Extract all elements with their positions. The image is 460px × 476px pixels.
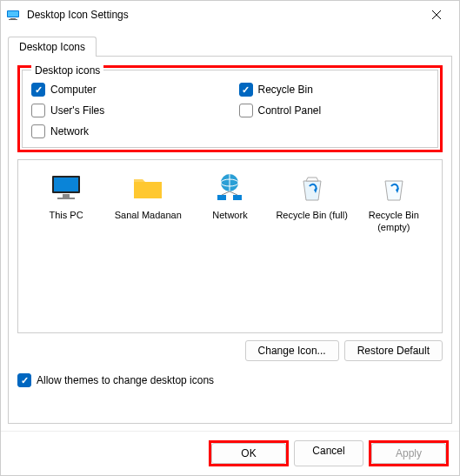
tab-content: Desktop icons Computer Recycle Bin User'… bbox=[8, 56, 452, 424]
icon-item-thispc[interactable]: This PC bbox=[30, 171, 103, 234]
icon-item-recyclebin-full[interactable]: Recycle Bin (full) bbox=[275, 171, 349, 234]
change-icon-button[interactable]: Change Icon... bbox=[245, 340, 339, 361]
checkbox-recyclebin[interactable] bbox=[239, 83, 253, 97]
desktop-icons-fieldset: Desktop icons Computer Recycle Bin User'… bbox=[22, 70, 438, 148]
folder-icon bbox=[130, 171, 165, 205]
icon-item-network[interactable]: Network bbox=[193, 171, 267, 234]
svg-rect-9 bbox=[57, 198, 75, 199]
icon-preview-panel: This PC Sanal Madanan Network bbox=[17, 159, 443, 333]
highlight-box-checkboxes: Desktop icons Computer Recycle Bin User'… bbox=[17, 65, 443, 152]
highlight-box-ok: OK bbox=[209, 440, 289, 466]
icon-item-recyclebin-empty[interactable]: Recycle Bin (empty) bbox=[357, 171, 430, 234]
recyclebin-full-icon bbox=[295, 171, 330, 205]
checkbox-row-network: Network bbox=[31, 124, 222, 138]
checkbox-label: Computer bbox=[50, 84, 97, 96]
monitor-icon bbox=[49, 171, 83, 205]
fieldset-legend: Desktop icons bbox=[31, 64, 103, 77]
checkbox-label: Recycle Bin bbox=[258, 84, 313, 96]
allow-themes-row: Allow themes to change desktop icons bbox=[17, 373, 443, 387]
icon-label: Recycle Bin (empty) bbox=[357, 209, 430, 234]
apply-button[interactable]: Apply bbox=[371, 443, 446, 464]
checkbox-row-usersfiles: User's Files bbox=[31, 104, 222, 117]
checkbox-label: User's Files bbox=[50, 104, 104, 117]
checkbox-label: Network bbox=[50, 125, 89, 137]
svg-line-15 bbox=[222, 191, 230, 195]
svg-rect-7 bbox=[54, 178, 78, 191]
icon-label: Sanal Madanan bbox=[115, 209, 182, 221]
checkbox-usersfiles[interactable] bbox=[31, 104, 45, 117]
close-button[interactable] bbox=[419, 2, 454, 28]
highlight-box-apply: Apply bbox=[369, 440, 449, 466]
allow-themes-label: Allow themes to change desktop icons bbox=[37, 374, 214, 386]
tab-desktop-icons[interactable]: Desktop Icons bbox=[8, 37, 97, 57]
icon-grid: This PC Sanal Madanan Network bbox=[25, 171, 435, 234]
window-title: Desktop Icon Settings bbox=[27, 9, 419, 21]
svg-rect-8 bbox=[63, 194, 70, 198]
svg-rect-1 bbox=[8, 11, 18, 17]
titlebar: Desktop Icon Settings bbox=[1, 1, 459, 29]
checkbox-row-computer: Computer bbox=[31, 83, 222, 97]
restore-default-button[interactable]: Restore Default bbox=[344, 340, 443, 361]
close-icon bbox=[431, 10, 442, 20]
checkbox-row-controlpanel: Control Panel bbox=[239, 104, 430, 117]
checkbox-grid: Computer Recycle Bin User's Files Contro… bbox=[31, 83, 429, 138]
ok-button[interactable]: OK bbox=[211, 443, 286, 464]
svg-rect-3 bbox=[9, 19, 17, 20]
checkbox-network[interactable] bbox=[31, 124, 45, 138]
cancel-button[interactable]: Cancel bbox=[294, 440, 363, 466]
icon-item-userfolder[interactable]: Sanal Madanan bbox=[111, 171, 185, 234]
svg-rect-13 bbox=[217, 195, 226, 200]
checkbox-row-recyclebin: Recycle Bin bbox=[239, 83, 430, 97]
app-icon bbox=[6, 8, 20, 22]
recyclebin-empty-icon bbox=[377, 171, 411, 205]
icon-button-row: Change Icon... Restore Default bbox=[17, 340, 443, 361]
tab-strip: Desktop Icons bbox=[1, 29, 459, 56]
checkbox-computer[interactable] bbox=[31, 83, 45, 97]
svg-line-16 bbox=[230, 191, 237, 195]
network-icon bbox=[212, 171, 247, 205]
checkbox-allow-themes[interactable] bbox=[17, 373, 31, 387]
svg-rect-14 bbox=[233, 195, 242, 200]
icon-label: This PC bbox=[50, 209, 83, 221]
checkbox-label: Control Panel bbox=[258, 104, 322, 117]
dialog-button-row: OK Cancel Apply bbox=[1, 431, 459, 475]
icon-label: Recycle Bin (full) bbox=[276, 209, 348, 221]
svg-rect-2 bbox=[10, 18, 16, 19]
dialog-window: Desktop Icon Settings Desktop Icons Desk… bbox=[0, 0, 460, 476]
icon-label: Network bbox=[212, 209, 247, 221]
checkbox-controlpanel[interactable] bbox=[239, 104, 253, 117]
